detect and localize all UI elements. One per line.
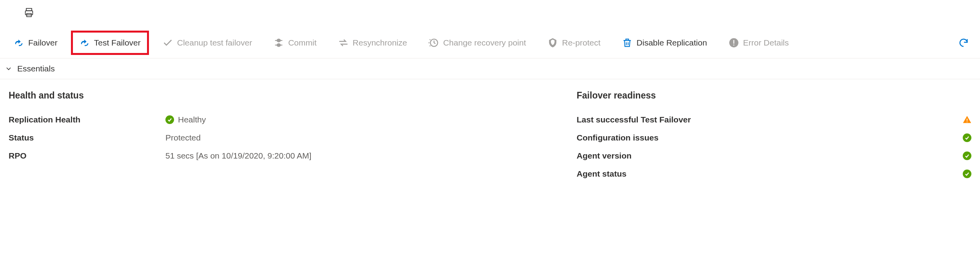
trash-icon (622, 37, 633, 48)
disable-replication-label: Disable Replication (637, 38, 707, 47)
essentials-label: Essentials (17, 64, 55, 73)
failover-readiness-section: Failover readiness Last successful Test … (577, 90, 971, 187)
commit-button[interactable]: Commit (265, 31, 324, 55)
svg-rect-8 (967, 122, 967, 122)
svg-rect-0 (26, 9, 32, 11)
healthy-status-icon (165, 115, 174, 124)
chevron-down-icon (5, 65, 13, 73)
reprotect-icon (547, 37, 558, 48)
rpo-row: RPO 51 secs [As on 10/19/2020, 9:20:00 A… (9, 151, 577, 161)
status-label: Status (9, 133, 165, 142)
rpo-value: 51 secs [As on 10/19/2020, 9:20:00 AM] (165, 151, 311, 161)
health-status-title: Health and status (9, 90, 577, 101)
reprotect-button[interactable]: Re-protect (539, 31, 608, 55)
success-icon (963, 151, 971, 160)
print-button[interactable] (24, 7, 34, 20)
print-icon (24, 7, 34, 18)
config-issues-label: Configuration issues (577, 133, 659, 142)
error-details-button[interactable]: Error Details (720, 31, 797, 55)
history-icon (428, 37, 439, 48)
agent-status-label: Agent status (577, 169, 626, 179)
failover-readiness-title: Failover readiness (577, 90, 971, 101)
svg-rect-6 (733, 45, 734, 46)
commit-label: Commit (288, 38, 316, 47)
disable-replication-button[interactable]: Disable Replication (614, 31, 715, 55)
agent-version-label: Agent version (577, 151, 632, 161)
change-recovery-point-button[interactable]: Change recovery point (420, 31, 534, 55)
essentials-toggle[interactable]: Essentials (0, 58, 980, 79)
commit-icon (273, 37, 284, 48)
warning-icon (963, 115, 971, 124)
status-row: Status Protected (9, 133, 577, 142)
content-area: Health and status Replication Health Hea… (0, 79, 980, 198)
config-issues-row: Configuration issues (577, 133, 971, 142)
health-status-section: Health and status Replication Health Hea… (9, 90, 577, 187)
error-details-label: Error Details (743, 38, 789, 47)
failover-button[interactable]: Failover (5, 31, 65, 55)
refresh-button[interactable] (953, 31, 975, 55)
command-bar: Failover Test Failover Cleanup test fail… (0, 27, 980, 58)
replication-health-row: Replication Health Healthy (9, 115, 577, 124)
rpo-label: RPO (9, 151, 165, 161)
test-failover-button[interactable]: Test Failover (71, 31, 149, 55)
reprotect-label: Re-protect (562, 38, 601, 47)
last-test-failover-label: Last successful Test Failover (577, 115, 691, 124)
cleanup-label: Cleanup test failover (177, 38, 252, 47)
refresh-icon (958, 37, 969, 48)
cleanup-test-failover-button[interactable]: Cleanup test failover (154, 31, 260, 55)
success-icon (963, 133, 971, 142)
test-failover-icon (79, 37, 90, 48)
failover-icon (13, 37, 24, 48)
change-recovery-label: Change recovery point (443, 38, 526, 47)
svg-rect-7 (967, 119, 967, 121)
success-icon (963, 170, 971, 178)
failover-label: Failover (28, 38, 58, 47)
replication-health-value: Healthy (165, 115, 206, 124)
agent-version-row: Agent version (577, 151, 971, 161)
resync-label: Resynchronize (353, 38, 407, 47)
svg-rect-5 (733, 40, 734, 44)
checkmark-icon (162, 37, 173, 48)
replication-health-text: Healthy (178, 115, 206, 124)
resynchronize-button[interactable]: Resynchronize (330, 31, 415, 55)
status-value: Protected (165, 133, 201, 142)
resync-icon (338, 37, 349, 48)
replication-health-label: Replication Health (9, 115, 165, 124)
error-icon (728, 37, 739, 48)
test-failover-label: Test Failover (94, 38, 141, 47)
last-test-failover-row: Last successful Test Failover (577, 115, 971, 124)
agent-status-row: Agent status (577, 169, 971, 179)
